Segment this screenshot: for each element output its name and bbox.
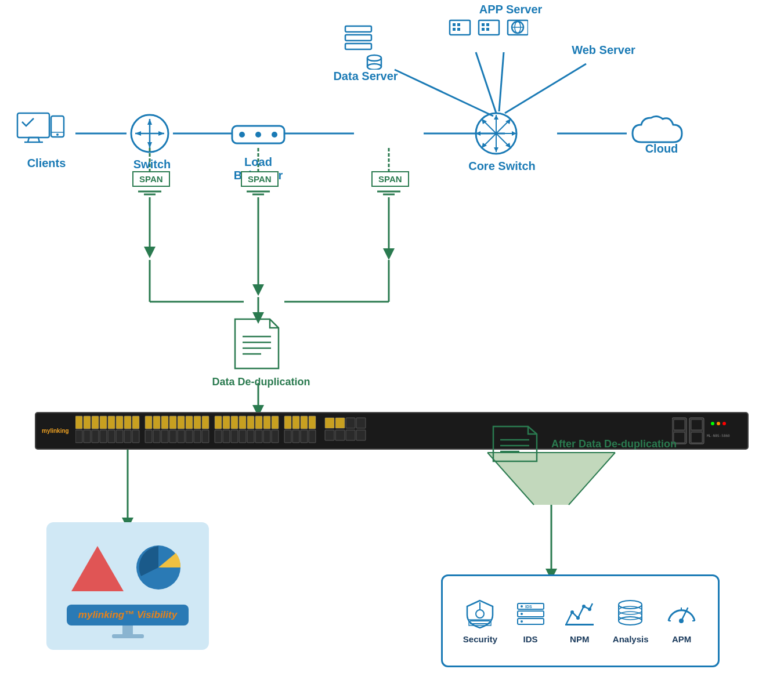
svg-rect-163 xyxy=(691,420,702,430)
svg-rect-57 xyxy=(486,28,489,31)
core-switch-label: Core Switch xyxy=(464,160,540,173)
svg-rect-139 xyxy=(247,430,254,443)
tool-security: Security xyxy=(463,598,497,644)
svg-rect-128 xyxy=(223,416,230,429)
load-balancer-span-badge: SPAN xyxy=(241,171,279,187)
svg-point-187 xyxy=(576,616,580,620)
tool-security-label: Security xyxy=(463,634,497,644)
svg-rect-111 xyxy=(145,416,152,429)
svg-rect-157 xyxy=(346,430,355,440)
web-server-label: Web Server xyxy=(557,44,650,57)
svg-rect-106 xyxy=(100,430,107,443)
svg-point-195 xyxy=(619,612,642,620)
svg-rect-99 xyxy=(108,416,115,429)
svg-point-47 xyxy=(367,64,381,70)
svg-rect-160 xyxy=(674,420,685,430)
dedup-icon xyxy=(226,316,290,377)
svg-point-189 xyxy=(588,608,591,611)
svg-rect-158 xyxy=(356,430,366,440)
svg-rect-135 xyxy=(215,430,222,443)
device-brand: mylinking xyxy=(42,428,69,434)
switch-label: Switch xyxy=(129,158,175,171)
svg-rect-141 xyxy=(263,430,270,443)
monitor-base xyxy=(112,634,144,638)
triangle-shape xyxy=(71,546,124,591)
svg-rect-156 xyxy=(335,430,345,440)
svg-point-193 xyxy=(619,617,642,625)
svg-rect-148 xyxy=(292,430,299,443)
tool-ids-label: IDS xyxy=(523,634,538,644)
svg-point-167 xyxy=(722,422,726,425)
svg-rect-56 xyxy=(482,28,485,31)
svg-rect-115 xyxy=(178,416,185,429)
svg-rect-110 xyxy=(132,430,139,443)
svg-marker-84 xyxy=(494,147,498,152)
tool-npm-label: NPM xyxy=(570,634,589,644)
visibility-box: mylinking™ Visibility xyxy=(46,522,209,650)
svg-point-76 xyxy=(255,132,261,138)
svg-rect-107 xyxy=(108,430,115,443)
core-switch-icon xyxy=(470,110,522,159)
svg-rect-96 xyxy=(84,416,91,429)
svg-rect-142 xyxy=(272,430,279,443)
svg-point-188 xyxy=(582,605,586,608)
svg-rect-150 xyxy=(309,430,316,443)
after-dedup-icon xyxy=(487,424,545,472)
svg-rect-102 xyxy=(132,416,139,429)
svg-rect-127 xyxy=(215,416,222,429)
app-server-label: APP Server xyxy=(464,3,557,16)
svg-rect-97 xyxy=(92,416,99,429)
svg-rect-100 xyxy=(116,416,123,429)
tool-apm-label: APM xyxy=(672,634,691,644)
svg-rect-130 xyxy=(239,416,246,429)
svg-rect-151 xyxy=(325,418,334,428)
svg-rect-112 xyxy=(153,416,160,429)
svg-rect-108 xyxy=(116,430,123,443)
svg-rect-125 xyxy=(194,430,201,443)
tool-analysis-label: Analysis xyxy=(613,634,649,644)
svg-point-66 xyxy=(56,133,59,136)
after-dedup-label: After Data De-duplication xyxy=(551,438,677,450)
svg-rect-114 xyxy=(169,416,176,429)
svg-rect-104 xyxy=(84,430,91,443)
visibility-label: mylinking™ Visibility xyxy=(78,609,177,620)
svg-rect-52 xyxy=(457,28,460,31)
svg-rect-95 xyxy=(75,416,82,429)
svg-rect-129 xyxy=(231,416,238,429)
svg-rect-49 xyxy=(453,23,456,26)
svg-marker-13 xyxy=(144,247,156,258)
pie-chart xyxy=(132,541,185,596)
svg-rect-120 xyxy=(153,430,160,443)
svg-rect-185 xyxy=(565,624,594,625)
svg-marker-83 xyxy=(494,115,498,120)
clients-label: Clients xyxy=(17,157,75,170)
svg-line-38 xyxy=(569,453,615,505)
svg-rect-109 xyxy=(124,430,131,443)
svg-rect-140 xyxy=(255,430,262,443)
svg-rect-51 xyxy=(453,28,456,31)
svg-point-182 xyxy=(521,613,523,615)
svg-rect-119 xyxy=(145,430,152,443)
svg-rect-121 xyxy=(161,430,168,443)
svg-rect-145 xyxy=(301,416,308,429)
cloud-icon xyxy=(627,113,691,156)
tools-box: Security IDS IDS xyxy=(441,574,720,667)
svg-rect-98 xyxy=(100,416,107,429)
svg-marker-70 xyxy=(147,119,152,125)
svg-rect-147 xyxy=(284,430,291,443)
svg-rect-50 xyxy=(457,23,460,26)
svg-rect-126 xyxy=(202,430,209,443)
tool-apm: APM xyxy=(666,598,698,644)
svg-rect-53 xyxy=(479,20,499,35)
svg-rect-144 xyxy=(292,416,299,429)
svg-line-6 xyxy=(476,52,496,113)
svg-point-194 xyxy=(619,606,642,614)
tool-ids: IDS IDS xyxy=(515,598,547,644)
main-diagram: APP Server Data Server Web Server Cloud xyxy=(0,0,784,687)
svg-marker-19 xyxy=(252,284,264,296)
svg-rect-123 xyxy=(178,430,185,443)
svg-rect-154 xyxy=(356,418,366,428)
svg-rect-152 xyxy=(335,418,345,428)
svg-rect-117 xyxy=(194,416,201,429)
svg-rect-48 xyxy=(450,20,470,35)
